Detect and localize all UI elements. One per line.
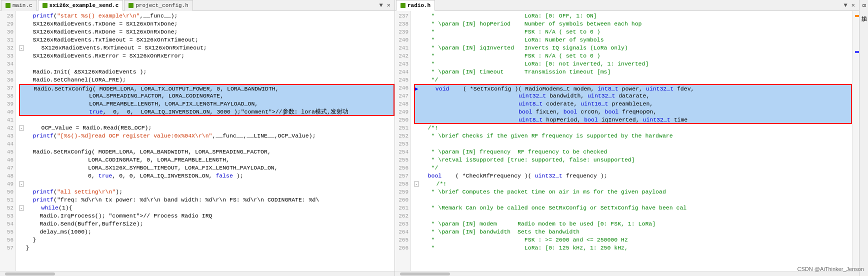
right-tab-close-btn[interactable]: ✕	[850, 2, 857, 9]
left-panel: main.c sx126x_example_send.c project_con…	[0, 0, 395, 276]
right-code-line-239: * FSK : N/A ( set to 0 )	[414, 28, 852, 36]
line-num-36: 36	[0, 76, 14, 84]
right-line-num-240: 240	[395, 36, 408, 44]
right-code-line-264: * \param [IN] bandwidth Sets the bandwid…	[414, 228, 852, 236]
code-line-29: SX126xRadioEvents.TxDone = SX126xOnTxDon…	[19, 20, 394, 28]
tab-label-main-c: main.c	[12, 2, 32, 8]
code-line-50: printf("all setting\r\n");	[19, 188, 394, 196]
line-num-29: 29	[0, 20, 14, 28]
line-num-42: 42	[0, 124, 14, 132]
right-code-line-242: * FSK : N/A ( set to 0 )	[414, 52, 852, 60]
tab-main-c[interactable]: main.c	[1, 0, 37, 11]
right-code-line-249: bool fixLen, bool crcOn, bool freqHopOn,	[414, 108, 852, 116]
right-line-num-252: 252	[395, 132, 408, 140]
right-tab-dropdown-btn[interactable]: ▼	[842, 2, 850, 9]
right-line-num-239: 239	[395, 28, 408, 36]
tab-icon-project	[128, 3, 134, 8]
tab-label-radio: radio.h	[408, 2, 430, 8]
left-code-content[interactable]: printf("start %s() example\r\n",__func__…	[16, 11, 394, 271]
code-line-32: - SX126xRadioEvents.RxTimeout = SX126xOn…	[19, 44, 394, 52]
code-line-47: LORA_SX126X_SYMBOL_TIMEOUT, LORA_FIX_LEN…	[19, 164, 394, 172]
tab-icon-sx126x	[42, 3, 48, 8]
right-code-line-262	[414, 212, 852, 220]
right-scrollbar-thumb[interactable]	[400, 272, 450, 276]
margin-marker-1	[855, 15, 859, 17]
right-code-line-256: */	[414, 164, 852, 172]
right-code-line-265: * FSK : >= 2600 and <= 250000 Hz	[414, 236, 852, 244]
line-num-56: 56	[0, 236, 14, 244]
right-line-num-260: 260	[395, 196, 408, 204]
code-line-56: }	[19, 236, 394, 244]
tab-radio-h[interactable]: radio.h	[396, 0, 435, 11]
tab-project-config[interactable]: project_config.h	[124, 0, 193, 11]
fold-marker[interactable]: -	[19, 182, 24, 186]
tab-close-btn[interactable]: ✕	[385, 2, 392, 9]
right-line-num-242: 242	[395, 52, 408, 60]
line-num-44: 44	[0, 140, 14, 148]
code-line-46: LORA_CODINGRATE, 0, LORA_PREAMBLE_LENGTH…	[19, 156, 394, 164]
right-tab-controls: ▼ ✕	[842, 2, 859, 9]
right-line-num-250: 250	[395, 116, 408, 124]
code-line-35: Radio.Init( &SX126xRadioEvents );	[19, 68, 394, 76]
line-num-51: 51	[0, 196, 14, 204]
editor-container: main.c sx126x_example_send.c project_con…	[0, 0, 868, 276]
code-line-52: - while(1){	[19, 204, 394, 212]
fold-marker[interactable]: -	[19, 206, 24, 210]
line-num-55: 55	[0, 228, 14, 236]
tab-icon-radio	[400, 3, 406, 8]
line-num-41: 41	[0, 116, 14, 124]
right-line-num-246: 246	[395, 84, 408, 92]
code-line-44	[19, 140, 394, 148]
line-num-34: 34	[0, 60, 14, 68]
right-line-num-253: 253	[395, 140, 408, 148]
right-line-num-254: 254	[395, 148, 408, 156]
line-num-38: 38	[0, 92, 14, 100]
right-line-num-264: 264	[395, 228, 408, 236]
right-line-num-237: 237	[395, 12, 408, 20]
line-num-28: 28	[0, 12, 14, 20]
code-line-34	[19, 60, 394, 68]
sidebar-b-btn[interactable]: B	[860, 2, 868, 10]
code-line-57: }	[19, 244, 394, 252]
right-code-line-261: * \Remark Can only be called once SetRxC…	[414, 204, 852, 212]
code-line-39: LORA_PREAMBLE_LENGTH, LORA_FIX_LENGTH_PA…	[19, 100, 394, 108]
right-line-num-261: 261	[395, 204, 408, 212]
margin-marker-2	[855, 51, 859, 53]
right-line-num-258: 258	[395, 180, 408, 188]
right-h-scrollbar[interactable]	[395, 271, 859, 276]
arrow-marker: ▶	[415, 86, 422, 92]
code-line-37: Radio.SetTxConfig( MODEM_LORA, LORA_TX_O…	[19, 84, 394, 92]
code-line-28: printf("start %s() example\r\n",__func__…	[19, 12, 394, 20]
code-line-55: delay_ms(1000);	[19, 228, 394, 236]
fold-marker-right[interactable]: -	[414, 182, 419, 186]
right-line-numbers: 2372382392402412422432442452462472482492…	[395, 11, 411, 271]
line-num-35: 35	[0, 68, 14, 76]
right-line-num-247: 247	[395, 92, 408, 100]
left-tab-bar: main.c sx126x_example_send.c project_con…	[0, 0, 394, 11]
right-code-content[interactable]: * LoRa: [0: OFF, 1: ON] * \param [IN] ho…	[411, 11, 852, 271]
right-code-line-253	[414, 140, 852, 148]
code-line-31: SX126xRadioEvents.TxTimeout = SX126xOnTx…	[19, 36, 394, 44]
left-h-scrollbar[interactable]	[0, 271, 394, 276]
fold-marker[interactable]: -	[19, 46, 24, 50]
line-num-45: 45	[0, 148, 14, 156]
right-code-line-243: * LoRa: [0: not inverted, 1: inverted]	[414, 60, 852, 68]
right-code-line-263: * \param [IN] modem Radio modem to be us…	[414, 220, 852, 228]
right-line-num-263: 263	[395, 220, 408, 228]
right-line-num-244: 244	[395, 68, 408, 76]
sidebar-group-btn[interactable]: 加组	[859, 10, 868, 14]
left-code-area: 2829303132333435363738394041424344454647…	[0, 11, 394, 271]
right-line-num-266: 266	[395, 244, 408, 252]
right-code-line-266: * LoRa: [0: 125 kHz, 1: 250 kHz,	[414, 244, 852, 252]
tab-dropdown-btn[interactable]: ▼	[378, 2, 385, 9]
code-line-51: printf("freq: %d\r\n tx power: %d\r\n ba…	[19, 196, 394, 204]
right-panel: radio.h ▼ ✕ 2372382392402412422432442452…	[395, 0, 859, 276]
fold-marker[interactable]: -	[19, 126, 24, 130]
left-scrollbar-thumb[interactable]	[5, 272, 55, 276]
line-num-32: 32	[0, 44, 14, 52]
tab-label-project: project_config.h	[136, 2, 188, 8]
right-code-line-246: ▶ void ( *SetTxConfig )( RadioModems_t m…	[414, 84, 852, 92]
tab-sx126x-send[interactable]: sx126x_example_send.c	[38, 0, 124, 11]
right-code-line-252: * \brief Checks if the given RF frequenc…	[414, 132, 852, 140]
code-line-36: Radio.SetChannel(LORA_FRE);	[19, 76, 394, 84]
